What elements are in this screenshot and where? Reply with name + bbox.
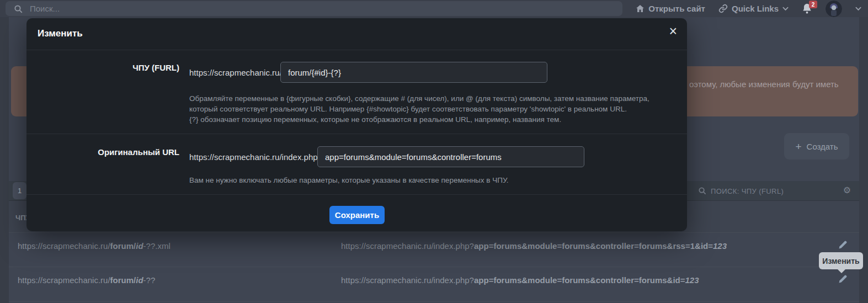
- global-search[interactable]: [6, 1, 622, 16]
- divider: [26, 50, 687, 50]
- edit-tooltip: Изменить: [819, 252, 863, 269]
- table-row: https://scrapmechanic.ru/forum/id-?? htt…: [9, 267, 859, 302]
- quick-links-label: Quick Links: [732, 4, 779, 13]
- open-site-label: Открыть сайт: [648, 4, 705, 13]
- table-filter-input[interactable]: [711, 184, 838, 198]
- original-url-input[interactable]: [317, 146, 584, 167]
- open-site-link[interactable]: Открыть сайт: [636, 4, 705, 13]
- quick-links-menu[interactable]: Quick Links: [718, 4, 789, 13]
- divider: [26, 134, 687, 134]
- save-button[interactable]: Сохранить: [329, 206, 385, 224]
- original-url-field-label: Оригинальный URL: [26, 147, 179, 157]
- modal-title: Изменить: [38, 28, 83, 39]
- search-icon: [698, 187, 706, 195]
- furl-input[interactable]: [280, 62, 547, 83]
- furl-field-label: ЧПУ (FURL): [26, 63, 179, 72]
- edit-furl-modal: Изменить × ЧПУ (FURL) https://scrapmecha…: [26, 18, 687, 231]
- plus-icon: +: [795, 141, 801, 152]
- topbar-right: Открыть сайт Quick Links 2: [636, 0, 861, 17]
- furl-cell: https://scrapmechanic.ru/forum/id-??.xml: [18, 241, 171, 251]
- gear-icon[interactable]: ⚙: [843, 185, 851, 195]
- furl-prefix-text: https://scrapmechanic.ru/: [189, 68, 282, 77]
- original-url-description: Вам не нужно включать любые параметры, к…: [189, 175, 508, 185]
- notification-badge: 2: [809, 1, 817, 8]
- divider: [26, 194, 687, 195]
- chevron-down-icon: [782, 7, 789, 11]
- create-button[interactable]: + Создать: [784, 133, 849, 160]
- real-url-cell: https://scrapmechanic.ru/index.php?app=f…: [341, 275, 699, 285]
- furl-description-main: Обрамляйте переменные в {фигурные скобки…: [189, 93, 650, 114]
- original-url-prefix-text: https://scrapmechanic.ru/index.php?: [189, 152, 322, 162]
- screen: оэтому, любые изменения будут иметь + Со…: [0, 0, 868, 303]
- edit-pencil-icon[interactable]: [838, 240, 848, 250]
- search-icon: [14, 4, 23, 13]
- global-search-input[interactable]: [30, 4, 554, 13]
- real-url-cell: https://scrapmechanic.ru/index.php?app=f…: [341, 241, 727, 251]
- home-icon: [636, 4, 645, 13]
- create-button-label: Создать: [807, 142, 838, 151]
- furl-description: Обрамляйте переменные в {фигурные скобки…: [189, 93, 650, 125]
- furl-description-note: {?} обозначает позицию переменных, котор…: [189, 114, 650, 125]
- table-row: https://scrapmechanic.ru/forum/id-??.xml…: [9, 232, 859, 267]
- link-icon: [718, 4, 728, 13]
- warning-message-text: оэтому, любые изменения будут иметь: [689, 79, 839, 89]
- notifications-button[interactable]: 2: [802, 3, 812, 14]
- user-menu-chevron-icon[interactable]: [855, 7, 861, 11]
- pagination-page-button[interactable]: 1: [13, 182, 26, 199]
- close-icon[interactable]: ×: [669, 24, 677, 38]
- avatar[interactable]: [826, 1, 842, 17]
- topbar: Открыть сайт Quick Links 2: [0, 0, 868, 17]
- furl-cell: https://scrapmechanic.ru/forum/id-??: [18, 275, 155, 285]
